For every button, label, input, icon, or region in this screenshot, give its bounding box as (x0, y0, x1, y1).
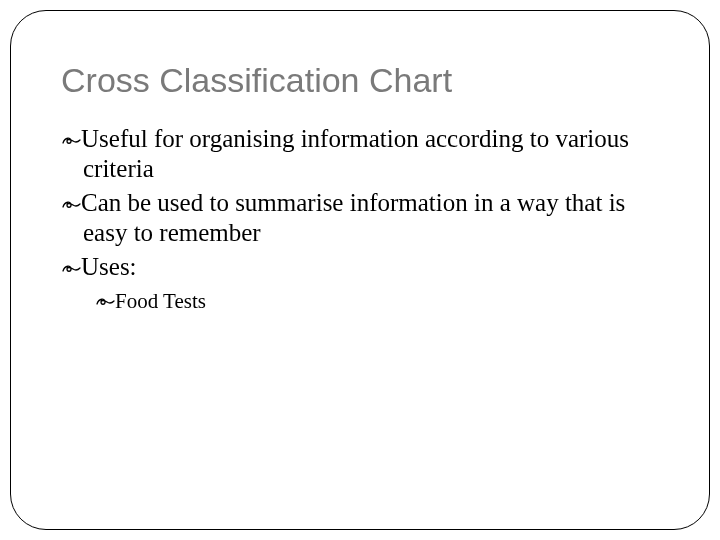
sub-list-item-text: Food Tests (115, 289, 206, 313)
list-item: Uses: (61, 252, 669, 282)
list-item: Useful for organising information accord… (61, 124, 669, 184)
bullet-icon (95, 289, 115, 313)
bullet-icon (61, 189, 81, 216)
list-item-text: Useful for organising information accord… (81, 125, 629, 182)
bullet-icon (61, 125, 81, 152)
list-item-text: Uses: (81, 253, 137, 280)
slide: Cross Classification Chart Useful for or… (0, 0, 720, 540)
list-item-text: Can be used to summarise information in … (81, 189, 625, 246)
sub-list-item: Food Tests (95, 288, 669, 315)
slide-title: Cross Classification Chart (61, 61, 669, 100)
list-item: Can be used to summarise information in … (61, 188, 669, 248)
bullet-list: Useful for organising information accord… (61, 124, 669, 315)
bullet-icon (61, 253, 81, 280)
slide-frame: Cross Classification Chart Useful for or… (10, 10, 710, 530)
